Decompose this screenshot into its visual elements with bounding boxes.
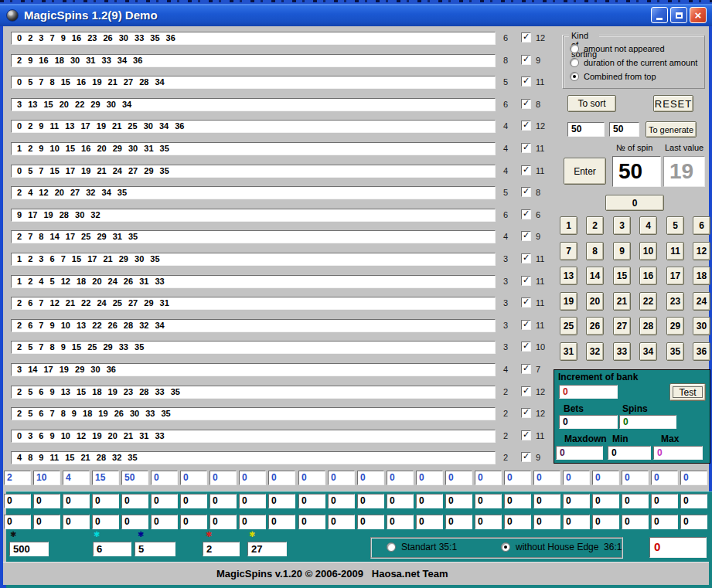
stat-cell[interactable]: 0 (210, 494, 237, 508)
stat-cell[interactable]: 0 (239, 494, 266, 508)
stat-cell[interactable]: 0 (357, 515, 384, 529)
spin-sequence-field[interactable]: 2 6 7 12 21 22 24 25 27 29 31 (11, 297, 496, 310)
stat-cell[interactable]: 0 (180, 494, 207, 508)
numpad-button-8[interactable]: 8 (586, 242, 604, 260)
numpad-button-7[interactable]: 7 (560, 242, 577, 260)
stat-cell[interactable]: 0 (357, 494, 384, 508)
stat-cell[interactable]: 0 (445, 471, 472, 485)
stat-cell[interactable]: 0 (651, 471, 678, 485)
stat-cell[interactable]: 0 (592, 494, 619, 508)
numpad-button-14[interactable]: 14 (586, 267, 604, 285)
stat-cell[interactable]: 0 (180, 515, 207, 529)
numpad-button-13[interactable]: 13 (560, 267, 577, 285)
numpad-button-4[interactable]: 4 (639, 216, 657, 235)
stat-cell[interactable]: 0 (151, 471, 178, 485)
stat-cell[interactable]: 0 (180, 471, 207, 485)
stat-cell[interactable]: 0 (475, 515, 502, 529)
radio-icon[interactable] (570, 72, 579, 81)
numpad-button-22[interactable]: 22 (639, 292, 657, 311)
stat-cell[interactable]: 0 (239, 471, 266, 485)
sorting-option-duration[interactable]: duration of the current amount (570, 58, 697, 67)
spin-sequence-field[interactable]: 2 5 7 8 9 15 25 29 33 35 (11, 341, 496, 354)
row-checkbox[interactable] (521, 276, 531, 286)
spin-sequence-field[interactable]: 2 4 12 20 27 32 34 35 (11, 186, 496, 199)
spins-field[interactable]: 0 (619, 415, 676, 429)
stat-cell[interactable]: 0 (239, 515, 266, 529)
numpad-button-36[interactable]: 36 (693, 342, 710, 361)
stat-cell[interactable]: 0 (268, 494, 295, 508)
stat-cell[interactable]: 0 (387, 515, 414, 529)
spin-sequence-field[interactable]: 1 2 4 5 12 18 20 24 26 31 33 (11, 275, 496, 288)
spin-sequence-field[interactable]: 0 3 6 9 10 12 19 20 21 31 33 (11, 430, 496, 443)
numpad-button-9[interactable]: 9 (613, 242, 631, 260)
max-field[interactable]: 0 (653, 446, 703, 460)
min-field[interactable]: 0 (608, 446, 651, 460)
stat-cell[interactable]: 50 (121, 471, 148, 485)
to-generate-button[interactable]: To generate (646, 121, 697, 138)
stat-cell[interactable]: 0 (357, 471, 384, 485)
enter-button[interactable]: Enter (564, 158, 606, 185)
stat-cell[interactable]: 10 (33, 471, 60, 485)
numpad-button-19[interactable]: 19 (560, 292, 577, 311)
to-sort-button[interactable]: To sort (567, 95, 616, 112)
row-checkbox[interactable] (521, 408, 531, 418)
numpad-button-32[interactable]: 32 (586, 342, 604, 361)
stat-cell[interactable]: 0 (92, 515, 119, 529)
stat-cell[interactable]: 0 (475, 471, 502, 485)
stat-cell[interactable]: 0 (268, 515, 295, 529)
stat-cell[interactable]: 0 (268, 471, 295, 485)
spin-sequence-field[interactable]: 2 5 6 9 13 15 18 19 23 28 33 35 (11, 386, 496, 399)
spin-sequence-field[interactable]: 3 13 15 20 22 29 30 34 (11, 98, 496, 111)
row-checkbox[interactable] (521, 76, 531, 87)
stat-cell[interactable]: 0 (680, 515, 707, 529)
result-field[interactable]: 0 (649, 537, 707, 558)
numpad-button-1[interactable]: 1 (560, 216, 577, 235)
row-checkbox[interactable] (521, 253, 531, 263)
stat-cell[interactable]: 0 (533, 494, 560, 508)
bets-field[interactable]: 0 (559, 415, 618, 429)
numpad-button-12[interactable]: 12 (693, 242, 710, 260)
stat-cell[interactable]: 0 (210, 515, 237, 529)
numpad-button-18[interactable]: 18 (693, 267, 710, 285)
spin-sequence-field[interactable]: 1 2 3 6 7 15 17 21 29 30 35 (11, 253, 496, 266)
stat-cell[interactable]: 0 (298, 471, 325, 485)
spin-number-display[interactable]: 50 (612, 156, 661, 187)
numpad-button-15[interactable]: 15 (613, 267, 631, 285)
stat-cell[interactable]: 0 (4, 494, 31, 508)
cyan-chip-field[interactable]: 6 (93, 542, 131, 556)
spin-sequence-field[interactable]: 0 2 3 7 9 16 23 26 30 33 35 36 (11, 32, 496, 45)
payout-option-standart[interactable]: Standart 35:1 (387, 542, 457, 552)
stat-cell[interactable]: 4 (63, 471, 90, 485)
stat-cell[interactable]: 0 (475, 494, 502, 508)
stat-cell[interactable]: 0 (121, 494, 148, 508)
stat-cell[interactable]: 0 (651, 515, 678, 529)
stat-cell[interactable]: 0 (504, 515, 531, 529)
numpad-button-6[interactable]: 6 (693, 216, 710, 235)
row-checkbox[interactable] (521, 342, 531, 352)
stat-cell[interactable]: 0 (151, 515, 178, 529)
stat-cell[interactable]: 0 (622, 471, 649, 485)
row-checkbox[interactable] (521, 364, 531, 374)
reset-button[interactable]: RESET (653, 95, 693, 112)
spin-sequence-field[interactable]: 3 14 17 19 29 30 36 (11, 363, 496, 376)
stat-cell[interactable]: 0 (416, 471, 443, 485)
stat-cell[interactable]: 0 (4, 515, 31, 529)
stat-cell[interactable]: 0 (533, 515, 560, 529)
stat-cell[interactable]: 0 (504, 471, 531, 485)
spin-sequence-field[interactable]: 2 6 7 9 10 13 22 26 28 32 34 (11, 319, 496, 332)
numpad-button-20[interactable]: 20 (586, 292, 604, 311)
radio-icon[interactable] (501, 542, 510, 552)
numpad-button-28[interactable]: 28 (639, 317, 657, 335)
radio-icon[interactable] (570, 58, 579, 67)
generate-count-input-2[interactable]: 50 (609, 122, 639, 137)
generate-count-input-1[interactable]: 50 (567, 122, 605, 137)
spin-sequence-field[interactable]: 0 5 7 8 15 16 19 21 27 28 34 (11, 76, 496, 89)
stat-cell[interactable]: 0 (416, 515, 443, 529)
stat-cell[interactable]: 0 (651, 494, 678, 508)
stat-cell[interactable]: 0 (533, 471, 560, 485)
stat-cell[interactable]: 0 (328, 515, 355, 529)
numpad-button-16[interactable]: 16 (639, 267, 657, 285)
stat-cell[interactable]: 0 (504, 494, 531, 508)
stat-cell[interactable]: 0 (445, 494, 472, 508)
numpad-button-3[interactable]: 3 (613, 216, 631, 235)
